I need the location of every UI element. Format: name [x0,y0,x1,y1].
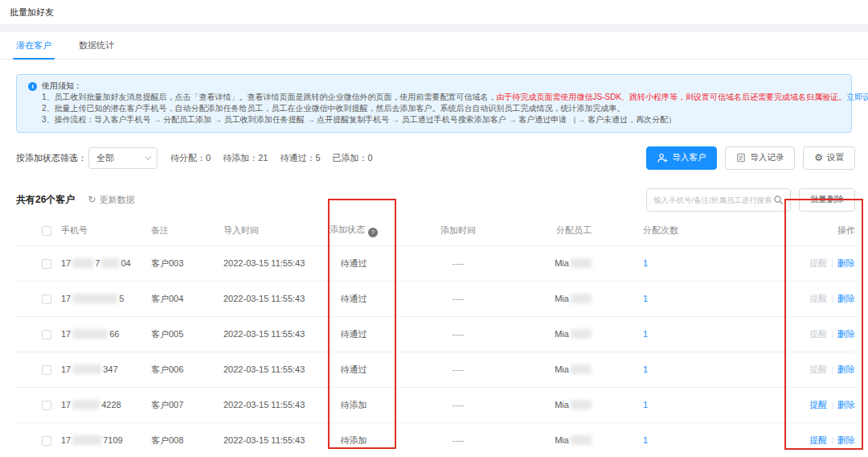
redacted-text [571,435,592,445]
settings-button[interactable]: ⚙ 设置 [803,146,855,170]
operations-cell: 提醒|删除 [725,422,855,457]
import-customers-button[interactable]: 导入客户 [646,146,717,170]
select-all-checkbox[interactable] [42,226,51,236]
row-checkbox[interactable] [42,294,51,304]
header-note: 备注 [138,216,211,245]
header-assigned-staff: 分配员工 [518,216,630,245]
remind-link[interactable]: 提醒 [809,329,827,339]
remind-link[interactable]: 提醒 [809,400,827,410]
redacted-text [72,435,101,445]
add-time-cell: ---- [399,316,518,352]
delete-link[interactable]: 删除 [837,400,855,410]
header-phone: 手机号 [61,216,138,245]
setup-now-link[interactable]: 立即设置 [846,93,868,101]
remind-link[interactable]: 提醒 [809,258,827,268]
row-checkbox[interactable] [42,365,51,375]
table-row: 174228客户0072022-03-15 11:55:43待添加----Mia… [16,387,855,422]
header-assign-count: 分配次数 [630,216,725,245]
note-cell: 客户005 [138,316,211,352]
delete-link[interactable]: 删除 [837,329,855,339]
redacted-text [571,364,592,374]
phone-cell: 17704 [61,245,138,281]
tab-potential-customers[interactable]: 潜在客户 [16,32,51,59]
table-row: 1766客户0052022-03-15 11:55:43待通过----Mia1提… [16,316,855,352]
assign-count-link[interactable]: 1 [643,258,648,268]
remind-link[interactable]: 提醒 [809,435,827,445]
header-operations: 操作 [725,216,855,245]
assign-count-cell: 1 [630,316,725,352]
operations-cell: 提醒|删除 [725,387,855,422]
notice-title: 使用须知： [42,80,82,92]
assign-count-link[interactable]: 1 [643,400,648,410]
operations-cell: 提醒|删除 [725,245,855,281]
note-cell: 客户007 [138,387,211,422]
add-status-cell: 待通过 [309,316,399,352]
note-cell: 客户008 [138,422,211,457]
redacted-text [72,364,101,374]
refresh-data-button[interactable]: ↻ 更新数据 [88,194,134,206]
phone-cell: 175 [61,281,138,316]
delete-link[interactable]: 删除 [837,258,855,268]
assign-count-cell: 1 [630,281,725,316]
import-time-cell: 2022-03-15 11:55:43 [211,352,309,387]
tab-label: 潜在客户 [16,39,51,51]
assign-count-link[interactable]: 1 [643,435,648,445]
status-stats: 待分配：0 待添加：21 待通过：5 已添加：0 [170,152,373,164]
add-time-cell: ---- [399,352,518,387]
add-time-cell: ---- [399,281,518,316]
import-records-button[interactable]: 导入记录 [725,146,795,170]
operations-cell: 提醒|删除 [725,316,855,352]
search-icon[interactable] [773,195,784,205]
add-status-cell: 待通过 [309,245,399,281]
row-checkbox[interactable] [42,330,51,340]
row-checkbox[interactable] [42,259,51,269]
notice-line-3: 3、操作流程：导入客户手机号 → 分配员工添加 → 员工收到添加任务提醒 → 点… [28,114,841,126]
delete-link[interactable]: 删除 [837,294,855,303]
batch-delete-button[interactable]: 批量删除 [799,188,855,212]
main-panel: 潜在客户 数据统计 i 使用须知： 1、员工收到批量加好友消息提醒后，点击「查看… [0,32,868,457]
import-time-cell: 2022-03-15 11:55:43 [211,422,309,457]
op-divider: | [831,258,833,268]
row-checkbox[interactable] [42,401,51,410]
redacted-text [101,258,119,268]
remind-link[interactable]: 提醒 [809,364,827,374]
add-status-cell: 待添加 [309,387,399,422]
assign-count-cell: 1 [630,245,725,281]
header-add-status: 添加状态? [309,216,399,245]
delete-link[interactable]: 删除 [837,364,855,374]
tab-data-statistics[interactable]: 数据统计 [79,32,114,59]
row-checkbox[interactable] [42,436,51,446]
phone-cell: 177109 [61,422,138,457]
search-input[interactable] [653,196,773,204]
records-icon [736,153,746,163]
import-time-cell: 2022-03-15 11:55:43 [211,281,309,316]
remind-link[interactable]: 提醒 [809,294,827,303]
customer-total-text: 共有26个客户 [16,193,75,207]
search-box [646,188,791,212]
assign-count-link[interactable]: 1 [643,329,648,339]
help-icon[interactable]: ? [368,228,378,237]
table-row: 17347客户0062022-03-15 11:55:43待通过----Mia1… [16,352,855,387]
customer-table: 手机号 备注 导入时间 添加状态? 添加时间 分配员工 分配次数 操作 1770… [16,216,855,457]
header-import-time: 导入时间 [211,216,309,245]
redacted-text [72,294,117,303]
op-divider: | [831,364,833,374]
add-time-cell: ---- [399,387,518,422]
stat-pending-assign: 待分配：0 [170,152,211,164]
assign-count-link[interactable]: 1 [643,364,648,374]
assigned-staff-cell: Mia [518,352,630,387]
note-cell: 客户006 [138,352,211,387]
import-records-label: 导入记录 [750,152,784,163]
redacted-text [571,329,592,339]
assign-count-link[interactable]: 1 [643,294,648,303]
status-filter-select[interactable]: 全部 [88,147,158,169]
filter-row: 按添加状态筛选： 全部 待分配：0 待添加：21 待通过：5 已添加：0 导入客… [16,146,855,170]
delete-link[interactable]: 删除 [837,435,855,445]
redacted-text [571,400,592,410]
notice-line1-warning: 由于待完成页面需使用微信JS-SDK、跳转小程序等，则设置可信域名后还需要完成域… [497,93,847,101]
page-title: 批量加好友 [10,6,54,19]
tab-bar: 潜在客户 数据统计 [0,32,868,60]
note-cell: 客户003 [138,245,211,281]
notice-line-1: 1、员工收到批量加好友消息提醒后，点击「查看详情」。查看详情页面是跳转的企业微信… [28,92,841,103]
assign-count-cell: 1 [630,387,725,422]
